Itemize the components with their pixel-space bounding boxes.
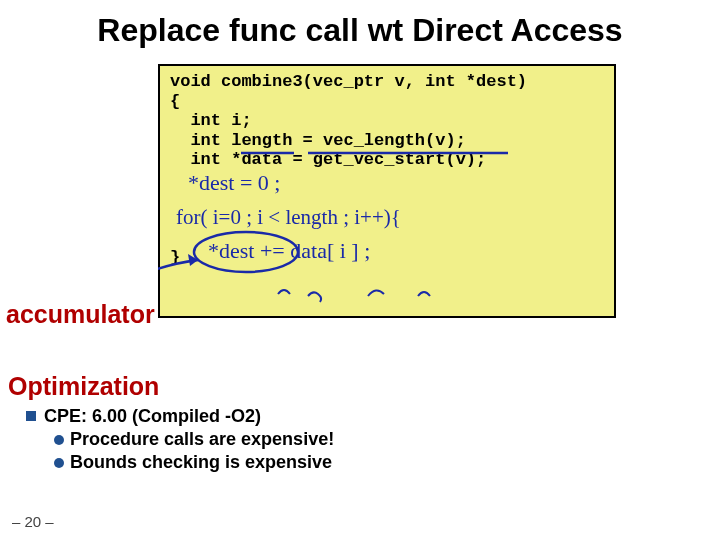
bullet-cpe-prefix: CPE: [44,406,92,426]
subbullet-proc-calls: Procedure calls are expensive! [54,429,334,450]
slide: Replace func call wt Direct Access void … [0,0,720,540]
square-bullet-icon [26,411,36,421]
subbullet-proc-calls-text: Procedure calls are expensive! [70,429,334,449]
subbullet-bounds: Bounds checking is expensive [54,452,334,473]
bullet-cpe: CPE: 6.00 (Compiled -O2) [26,406,334,427]
bullet-cpe-rest: 6.00 (Compiled -O2) [92,406,261,426]
dot-bullet-icon [54,458,64,468]
code-line-2: { [170,92,180,111]
code-line-4: int length = vec_length(v); [170,131,466,150]
bullet-list: CPE: 6.00 (Compiled -O2) Procedure calls… [26,404,334,475]
slide-title: Replace func call wt Direct Access [0,12,720,49]
code-close-brace: } [170,248,180,267]
accumulator-label: accumulator [6,300,155,329]
code-line-5: int *data = get_vec_start(v); [170,150,486,169]
code-box: void combine3(vec_ptr v, int *dest) { in… [158,64,616,318]
code-line-1: void combine3(vec_ptr v, int *dest) [170,72,527,91]
code-line-3: int i; [170,111,252,130]
page-footer: – 20 – [12,513,54,530]
section-heading: Optimization [8,372,159,401]
subbullet-bounds-text: Bounds checking is expensive [70,452,332,472]
dot-bullet-icon [54,435,64,445]
